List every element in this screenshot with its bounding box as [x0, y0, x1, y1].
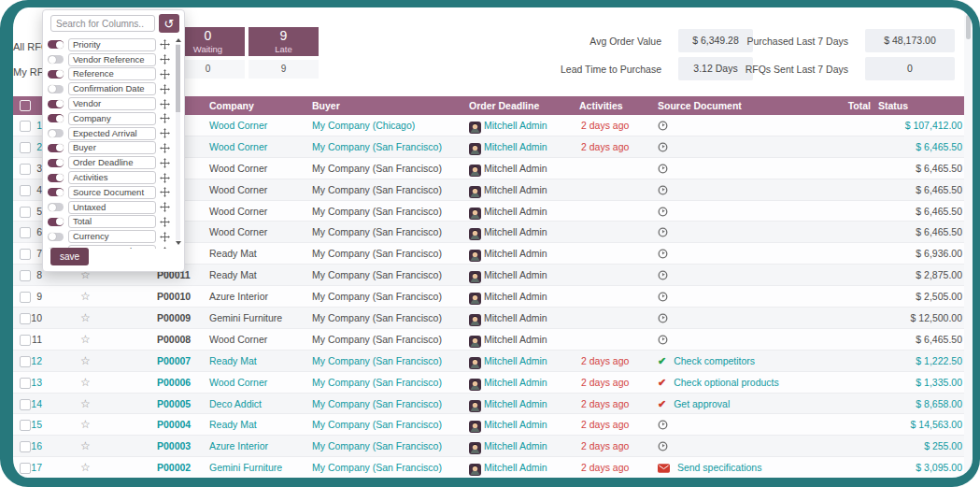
activity-cell[interactable]: ✔: [658, 158, 673, 180]
column-visibility-toggle[interactable]: [48, 55, 64, 64]
activity-summary[interactable]: Send specifications: [677, 462, 761, 473]
column-visibility-toggle[interactable]: [48, 40, 64, 49]
star-outline-icon[interactable]: ☆: [80, 436, 91, 456]
move-cross-icon[interactable]: [160, 232, 171, 242]
column-name-box[interactable]: Untaxed: [68, 201, 156, 214]
scroll-up-arrow-icon[interactable]: [176, 38, 181, 42]
star-outline-icon[interactable]: ☆: [80, 351, 91, 371]
column-name-box[interactable]: Order Deadline: [68, 156, 156, 169]
activity-check-icon[interactable]: ✔: [658, 351, 666, 371]
activity-cell[interactable]: ✔ Check competitors: [658, 351, 755, 372]
star-outline-icon[interactable]: ☆: [80, 286, 91, 307]
activity-check-icon[interactable]: ✔: [658, 372, 666, 393]
column-name-box[interactable]: Buyer: [68, 141, 156, 154]
move-cross-icon[interactable]: [160, 158, 171, 168]
column-visibility-toggle[interactable]: [48, 85, 64, 93]
activity-clock-icon[interactable]: [658, 203, 668, 223]
star-outline-icon[interactable]: ☆: [80, 457, 91, 478]
move-cross-icon[interactable]: [160, 187, 171, 197]
move-cross-icon[interactable]: [160, 128, 171, 138]
column-visibility-toggle[interactable]: [48, 129, 64, 137]
scroll-down-arrow-icon[interactable]: [176, 241, 181, 245]
header-total[interactable]: Total: [815, 96, 871, 115]
panel-scrollbar[interactable]: [176, 44, 180, 240]
select-all-checkbox[interactable]: [20, 100, 31, 111]
move-cross-icon[interactable]: [160, 84, 171, 94]
activity-check-icon[interactable]: ✔: [658, 394, 666, 414]
star-outline-icon[interactable]: ☆: [80, 308, 91, 328]
column-visibility-toggle[interactable]: [48, 218, 64, 226]
activity-cell[interactable]: ✔: [658, 136, 673, 159]
activity-cell[interactable]: ✔ Get approval: [658, 394, 730, 415]
activity-clock-icon[interactable]: [658, 117, 668, 137]
header-source-document[interactable]: Source Document: [658, 96, 742, 115]
activity-clock-icon[interactable]: [658, 181, 668, 202]
activity-cell[interactable]: ✔ Send specifications: [658, 457, 761, 480]
activity-clock-icon[interactable]: [658, 245, 668, 265]
column-visibility-toggle[interactable]: [48, 159, 64, 167]
column-name-box[interactable]: Vendor Reference: [68, 53, 156, 66]
move-cross-icon[interactable]: [160, 143, 171, 153]
column-name-box[interactable]: Priority: [68, 38, 156, 51]
column-search-input[interactable]: [50, 15, 155, 32]
activity-cell[interactable]: ✔: [658, 436, 673, 458]
page-scrollbar[interactable]: [964, 7, 973, 478]
activity-clock-icon[interactable]: [658, 266, 668, 287]
table-row[interactable]: 9 ☆ P00010 Azure Interior My Company (Sa…: [12, 286, 964, 308]
table-row[interactable]: 11 ☆ P00008 Wood Corner My Company (San …: [12, 329, 964, 351]
column-name-box[interactable]: Activities: [68, 171, 156, 184]
table-row[interactable]: 13 ☆ P00006 Wood Corner My Company (San …: [12, 372, 964, 394]
move-cross-icon[interactable]: [160, 99, 171, 109]
activity-cell[interactable]: ✔: [658, 308, 673, 330]
activity-summary[interactable]: Get approval: [674, 398, 730, 409]
column-name-box[interactable]: Total: [68, 215, 156, 228]
panel-scrollbar-thumb[interactable]: [176, 45, 180, 112]
column-visibility-toggle[interactable]: [48, 188, 64, 196]
star-outline-icon[interactable]: ☆: [80, 394, 91, 414]
activity-cell[interactable]: ✔: [658, 286, 673, 308]
table-row[interactable]: 14 ☆ P00005 Deco Addict My Company (San …: [12, 394, 964, 415]
column-name-box[interactable]: Source Document: [68, 186, 156, 199]
move-cross-icon[interactable]: [160, 54, 171, 64]
move-cross-icon[interactable]: [160, 173, 171, 183]
activity-clock-icon[interactable]: [658, 138, 668, 159]
activity-cell[interactable]: ✔: [658, 414, 673, 437]
table-row[interactable]: 15 ☆ P00004 Ready Mat My Company (San Fr…: [12, 414, 964, 436]
header-activities[interactable]: Activities: [579, 96, 623, 115]
header-buyer[interactable]: Buyer: [312, 96, 340, 115]
move-cross-icon[interactable]: [160, 113, 171, 123]
activity-clock-icon[interactable]: [658, 437, 668, 458]
star-outline-icon[interactable]: ☆: [80, 414, 91, 435]
kpi-late-my-count[interactable]: 9: [249, 60, 319, 79]
move-cross-icon[interactable]: [160, 39, 171, 50]
column-name-box[interactable]: Company: [68, 112, 156, 125]
activity-clock-icon[interactable]: [658, 288, 668, 308]
move-cross-icon[interactable]: [160, 202, 171, 212]
move-cross-icon[interactable]: [160, 247, 171, 249]
activity-clock-icon[interactable]: [658, 331, 668, 351]
table-row[interactable]: 16 ☆ P00003 Azure Interior My Company (S…: [12, 436, 964, 457]
column-visibility-toggle[interactable]: [48, 144, 64, 152]
move-cross-icon[interactable]: [160, 217, 171, 227]
activity-cell[interactable]: ✔: [658, 201, 673, 223]
reset-columns-button[interactable]: ↺: [159, 14, 179, 33]
column-visibility-toggle[interactable]: [48, 114, 64, 122]
activity-clock-icon[interactable]: [658, 309, 668, 330]
column-name-box[interactable]: Confirmation Date: [68, 82, 156, 95]
header-order-deadline[interactable]: Order Deadline: [469, 96, 539, 115]
header-status[interactable]: Status: [878, 96, 908, 115]
star-outline-icon[interactable]: ☆: [80, 329, 91, 350]
column-name-box[interactable]: Vendor: [68, 97, 156, 110]
save-columns-button[interactable]: save: [50, 248, 89, 265]
activity-clock-icon[interactable]: [658, 223, 668, 244]
kpi-tile-late[interactable]: 9 Late: [249, 27, 319, 56]
column-visibility-toggle[interactable]: [48, 70, 64, 79]
activity-cell[interactable]: ✔: [658, 243, 673, 265]
column-name-box[interactable]: Expected Arrival: [68, 127, 156, 140]
column-name-box[interactable]: Reference: [68, 67, 156, 80]
star-outline-icon[interactable]: ☆: [80, 372, 91, 393]
activity-cell[interactable]: ✔: [658, 179, 673, 202]
activity-cell[interactable]: ✔: [658, 222, 673, 244]
column-visibility-toggle[interactable]: [48, 100, 64, 108]
activity-envelope-icon[interactable]: [658, 459, 670, 480]
